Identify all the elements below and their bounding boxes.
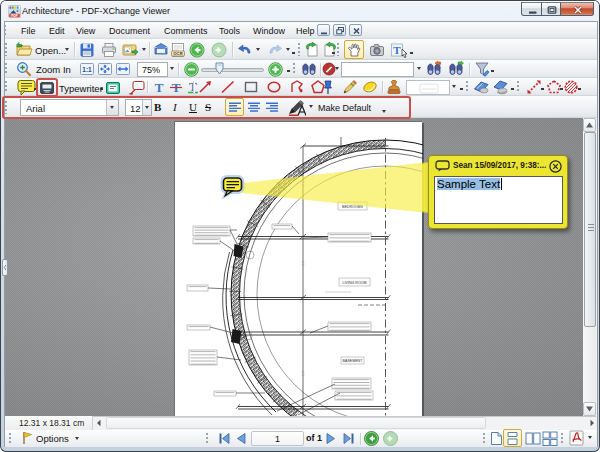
svg-text:T: T (155, 80, 164, 95)
svg-text:1:1: 1:1 (82, 66, 92, 73)
svg-text:PDF: PDF (11, 14, 17, 18)
svg-text:BEDROOMS: BEDROOMS (342, 205, 364, 209)
svg-text:LIVING ROOM: LIVING ROOM (343, 281, 367, 285)
svg-text:BASEMENT: BASEMENT (343, 359, 364, 363)
svg-text:OCR: OCR (173, 51, 182, 56)
svg-text:T: T (393, 44, 401, 56)
